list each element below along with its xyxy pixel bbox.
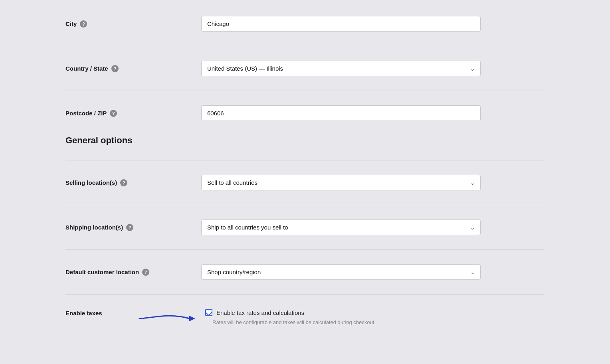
shipping-locations-select-wrapper: Ship to all countries you sell to Ship t… (201, 220, 481, 235)
selling-locations-label: Selling location(s) (65, 179, 117, 186)
enable-taxes-checkbox-label: Enable tax rates and calculations (216, 309, 304, 316)
general-options-heading: General options (65, 135, 545, 146)
default-customer-location-help-icon[interactable]: ? (142, 269, 149, 276)
enable-taxes-label-group: Enable taxes (65, 309, 201, 317)
postcode-label: Postcode / ZIP (65, 110, 107, 117)
default-customer-location-select-container: Shop country/region No location by defau… (201, 264, 481, 280)
city-label-group: City ? (65, 20, 201, 28)
enable-taxes-helper-text: Rates will be configurable and taxes wil… (212, 319, 481, 325)
default-customer-location-label: Default customer location (65, 269, 139, 275)
shipping-locations-help-icon[interactable]: ? (126, 224, 133, 231)
divider-2 (65, 91, 545, 91)
selling-locations-row: Selling location(s) ? Sell to all countr… (65, 175, 545, 190)
divider-5 (65, 249, 545, 250)
postcode-row: Postcode / ZIP ? (65, 105, 545, 121)
shipping-locations-select-container: Ship to all countries you sell to Ship t… (201, 220, 481, 235)
postcode-input[interactable] (201, 105, 481, 121)
postcode-help-icon[interactable]: ? (110, 110, 117, 117)
city-input[interactable] (201, 16, 481, 32)
divider-1 (65, 46, 545, 46)
divider-4 (65, 205, 545, 205)
city-help-icon[interactable]: ? (80, 20, 87, 28)
country-state-label: Country / State (65, 65, 108, 72)
shipping-locations-label: Shipping location(s) (65, 224, 123, 231)
divider-3 (65, 160, 545, 160)
selling-locations-label-group: Selling location(s) ? (65, 179, 201, 186)
shipping-locations-row: Shipping location(s) ? Ship to all count… (65, 220, 545, 235)
shipping-locations-label-group: Shipping location(s) ? (65, 224, 201, 231)
postcode-label-group: Postcode / ZIP ? (65, 110, 201, 117)
country-state-select-container: United States (US) — Illinois United Sta… (201, 61, 481, 76)
enable-taxes-label: Enable taxes (65, 310, 102, 317)
selling-locations-select[interactable]: Sell to all countries Sell to specific c… (201, 175, 481, 190)
country-state-help-icon[interactable]: ? (111, 65, 119, 72)
postcode-input-wrapper (201, 105, 481, 121)
svg-marker-0 (189, 316, 195, 321)
city-label: City (65, 20, 77, 27)
enable-taxes-row: Enable taxes Enable tax rates and calcul… (65, 309, 545, 325)
country-state-label-group: Country / State ? (65, 65, 201, 72)
default-customer-location-label-group: Default customer location ? (65, 269, 201, 276)
enable-taxes-checkbox[interactable] (205, 309, 212, 316)
default-customer-location-select-wrapper: Shop country/region No location by defau… (201, 264, 481, 280)
country-state-select[interactable]: United States (US) — Illinois United Sta… (201, 61, 481, 76)
city-row: City ? (65, 16, 545, 32)
shipping-locations-select[interactable]: Ship to all countries you sell to Ship t… (201, 220, 481, 235)
country-state-row: Country / State ? United States (US) — I… (65, 61, 545, 76)
city-input-wrapper (201, 16, 481, 32)
selling-locations-help-icon[interactable]: ? (120, 179, 127, 186)
divider-6 (65, 294, 545, 295)
selling-locations-select-wrapper: Sell to all countries Sell to specific c… (201, 175, 481, 190)
country-state-select-wrapper: United States (US) — Illinois United Sta… (201, 61, 481, 76)
enable-taxes-content: Enable tax rates and calculations Rates … (201, 309, 481, 325)
default-customer-location-select[interactable]: Shop country/region No location by defau… (201, 264, 481, 280)
enable-taxes-checkbox-row: Enable tax rates and calculations (201, 309, 481, 316)
default-customer-location-row: Default customer location ? Shop country… (65, 264, 545, 280)
selling-locations-select-container: Sell to all countries Sell to specific c… (201, 175, 481, 190)
settings-form: City ? Country / State ? United States (… (65, 16, 545, 348)
